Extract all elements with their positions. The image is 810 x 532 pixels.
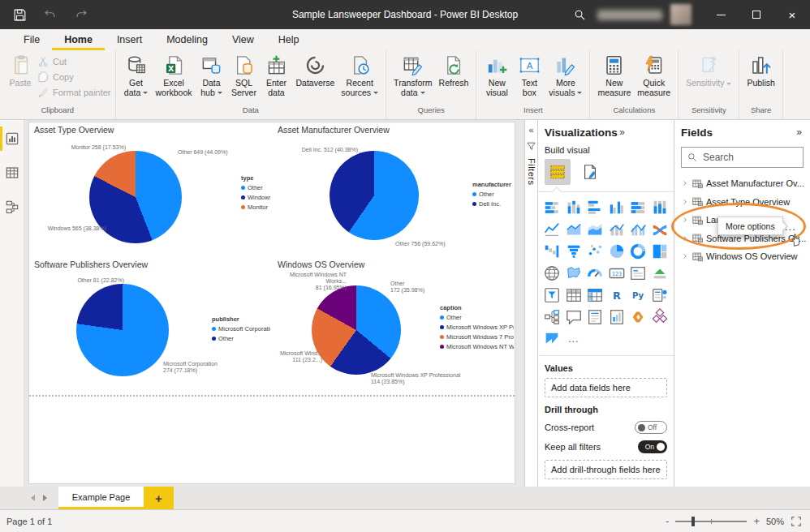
transform-data-button[interactable]: Transformdata — [390, 53, 435, 99]
visual-type-pct-stacked-bar[interactable] — [628, 198, 648, 217]
visual-type-scatter[interactable] — [585, 242, 605, 261]
close-button[interactable]: × — [774, 0, 810, 29]
keep-all-filters-toggle[interactable]: On — [638, 440, 667, 453]
more-visuals-button[interactable]: Morevisuals — [545, 53, 585, 99]
undo-icon[interactable] — [41, 5, 60, 24]
visual-type-waterfall[interactable] — [542, 242, 562, 261]
visual-type-paginated-report[interactable] — [607, 307, 627, 327]
visual-type-clustered-bar[interactable] — [585, 198, 605, 217]
visualizations-collapse-icon[interactable]: » — [619, 127, 625, 138]
fit-to-page-icon[interactable] — [791, 516, 802, 527]
visual-type-multi-row-card[interactable] — [628, 264, 648, 283]
menu-help[interactable]: Help — [266, 29, 312, 50]
legend-item[interactable]: Other — [472, 191, 511, 198]
paste-button[interactable]: Paste — [4, 53, 37, 90]
visual-type-table[interactable] — [564, 285, 584, 305]
visual-type-key-influencers[interactable] — [650, 285, 670, 305]
pie-chart[interactable] — [312, 285, 401, 375]
menu-modeling[interactable]: Modeling — [154, 29, 220, 50]
legend-item[interactable]: Other — [212, 335, 270, 342]
pie-chart[interactable] — [76, 284, 169, 376]
new-visual-button[interactable]: Newvisual — [480, 53, 513, 99]
add-page-button[interactable]: + — [144, 487, 174, 509]
visual-type-line-stacked-column[interactable] — [607, 220, 627, 239]
visual-type-power-automate[interactable] — [650, 307, 670, 327]
page-tab-example-page[interactable]: Example Page — [58, 487, 144, 509]
recent-sources-button[interactable]: Recentsources — [338, 53, 381, 99]
visual-type-gauge[interactable] — [585, 264, 605, 283]
legend-item[interactable]: Microsoft Windows NT W... — [440, 343, 514, 350]
tab-build-visual[interactable] — [545, 159, 571, 185]
report-canvas[interactable]: Asset Type OverviewMonitor 258 (17.53%)O… — [24, 120, 524, 487]
visual-type-treemap[interactable] — [650, 242, 670, 261]
format-painter-button[interactable]: Format painter — [37, 86, 111, 99]
search-input[interactable] — [703, 152, 798, 163]
expand-chevron-icon[interactable] — [681, 198, 689, 206]
redo-icon[interactable] — [71, 5, 91, 24]
enter-data-button[interactable]: Enterdata — [260, 53, 292, 99]
text-box-button[interactable]: ATextbox — [513, 53, 545, 99]
zoom-in-button[interactable]: + — [753, 515, 760, 527]
cross-report-toggle[interactable]: Off — [635, 421, 667, 434]
drill-through-dropzone[interactable]: Add drill-through fields here — [545, 460, 667, 479]
field-item-asset-manufacturer-ov-[interactable]: Asset Manufacturer Ov... — [674, 174, 810, 193]
visual-type-qa[interactable] — [564, 307, 584, 327]
zoom-out-button[interactable]: - — [666, 515, 669, 527]
visual-type-stacked-area[interactable] — [585, 220, 605, 239]
sensitivity-button[interactable]: Sensitivity — [683, 53, 735, 90]
visual-type-line-clustered-column[interactable] — [628, 220, 648, 239]
visual-type-filled-map[interactable] — [564, 264, 584, 283]
refresh-button[interactable]: Refresh — [436, 53, 472, 90]
legend-item[interactable]: Windows — [241, 194, 270, 201]
expand-chevron-icon[interactable] — [681, 252, 689, 260]
legend-item[interactable]: Other — [440, 314, 514, 321]
visual-type-line[interactable] — [542, 220, 562, 239]
legend-item[interactable]: Microsoft Corporation — [212, 325, 270, 332]
sidebar-data-view-button[interactable] — [0, 162, 24, 183]
cut-button[interactable]: Cut — [37, 55, 111, 68]
expand-chevron-icon[interactable] — [681, 216, 689, 224]
get-data-button[interactable]: Getdata — [120, 53, 153, 99]
visual-type-clustered-column[interactable] — [607, 198, 627, 217]
visual-type-stacked-column[interactable] — [564, 198, 584, 217]
filters-collapsed-pane[interactable]: « Filters — [524, 120, 538, 487]
sidebar-report-view-button[interactable] — [0, 128, 24, 149]
quick-measure-button[interactable]: Quickmeasure — [634, 53, 674, 99]
next-page-icon[interactable] — [43, 495, 47, 501]
visual-type-r-script[interactable]: R — [607, 285, 627, 305]
dataverse-button[interactable]: Dataverse — [292, 53, 338, 90]
visual-asset-manufacturer-overview[interactable]: Asset Manufacturer OverviewDell Inc. 512… — [275, 124, 514, 256]
fields-collapse-icon[interactable]: » — [796, 127, 802, 138]
visual-type-power-apps[interactable] — [628, 307, 648, 327]
titlebar-search-icon[interactable] — [570, 5, 589, 24]
visual-type-donut[interactable] — [628, 242, 648, 261]
maximize-button[interactable] — [739, 0, 774, 29]
legend-item[interactable]: Monitor — [241, 204, 270, 211]
save-icon[interactable] — [10, 5, 29, 24]
legend-item[interactable]: Microsoft Windows 7 Prof... — [440, 333, 514, 341]
publish-button[interactable]: Publish — [743, 53, 778, 90]
sql-server-button[interactable]: SQLServer — [227, 53, 260, 99]
visual-type-funnel[interactable] — [564, 242, 584, 261]
zoom-slider[interactable] — [675, 521, 747, 522]
legend-item[interactable]: Other — [241, 184, 270, 191]
visual-type-area[interactable] — [564, 220, 584, 239]
visual-type-pie[interactable] — [607, 242, 627, 261]
pie-chart[interactable] — [330, 151, 419, 240]
legend-item[interactable]: Microsoft Windows XP Pro... — [440, 324, 514, 331]
visual-type-kpi[interactable] — [650, 264, 670, 283]
previous-page-icon[interactable] — [31, 495, 35, 501]
visual-type-ribbon[interactable] — [650, 220, 670, 239]
visual-type-stacked-bar[interactable] — [542, 198, 562, 217]
visual-type-decomposition-tree[interactable] — [542, 307, 562, 327]
sidebar-model-view-button[interactable] — [0, 196, 24, 217]
avatar[interactable] — [670, 4, 692, 25]
field-item-windows-os-overview[interactable]: Windows OS Overview — [674, 247, 810, 266]
minimize-button[interactable] — [703, 0, 739, 29]
field-item-asset-type-overview[interactable]: Asset Type Overview — [674, 193, 810, 212]
visual-software-publishers-overview[interactable]: Software Publishers OverviewOther 81 (22… — [32, 259, 270, 391]
report-page[interactable]: Asset Type OverviewMonitor 258 (17.53%)O… — [28, 122, 515, 484]
tab-format-visual[interactable] — [577, 159, 603, 185]
expand-chevron-icon[interactable] — [681, 179, 689, 187]
more-options-button[interactable]: ... — [785, 221, 796, 233]
